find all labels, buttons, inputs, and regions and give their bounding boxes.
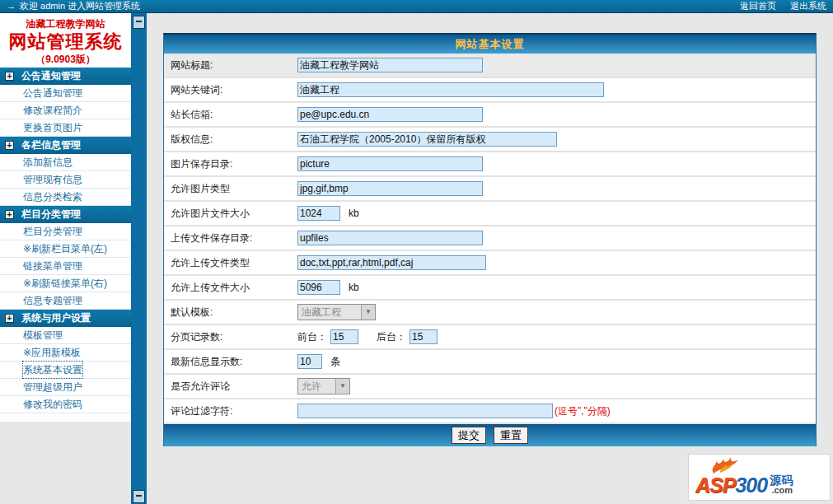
- logo-com-text: .com: [771, 486, 793, 495]
- form-row: 是否允许评论 允许 ▼: [164, 375, 816, 399]
- sidebar-item-super-user[interactable]: 管理超级用户: [0, 379, 131, 396]
- sidebar-item-link-menu-manage[interactable]: 链接菜单管理: [0, 258, 131, 275]
- section-header-category[interactable]: + 栏目分类管理: [0, 206, 131, 223]
- settings-panel: 网站基本设置 网站标题: 网站关键词: 站长信箱: 版权信息: 图片保存目录: …: [163, 33, 817, 446]
- collapse-sidebar-button[interactable]: [133, 16, 145, 29]
- allow-comments-select[interactable]: 允许 ▼: [297, 378, 350, 394]
- sidebar-item-refresh-right-menu[interactable]: ※刷新链接菜单(右): [0, 275, 131, 292]
- collapse-icon: [136, 21, 142, 22]
- field-label: 最新信息显示数:: [164, 355, 297, 369]
- field-label: 图片保存目录:: [164, 157, 297, 171]
- field-label: 是否允许评论: [164, 380, 297, 394]
- frame-splitter[interactable]: [131, 13, 147, 504]
- sidebar-item-template-manage[interactable]: 模板管理: [0, 327, 131, 344]
- field-label: 允许上传文件类型: [164, 256, 297, 270]
- welcome-text: 欢迎 admin 进入网站管理系统: [20, 0, 140, 12]
- front-page-size-input[interactable]: [330, 329, 358, 344]
- form-row: 版权信息:: [164, 128, 816, 152]
- logo-300-text: 300: [735, 475, 767, 495]
- site-title-input[interactable]: [297, 58, 483, 72]
- plus-icon[interactable]: +: [5, 141, 14, 150]
- latest-count-input[interactable]: [297, 354, 322, 369]
- field-label: 允许图片文件大小: [164, 207, 297, 221]
- field-label: 允许上传文件大小: [164, 281, 297, 295]
- sidebar-logo: 油藏工程教学网站 网站管理系统 （9.0903版）: [0, 13, 131, 68]
- site-name: 油藏工程教学网站: [0, 17, 131, 31]
- field-label: 上传文件保存目录:: [164, 231, 297, 245]
- form-row: 分页记录数: 前台： 后台：: [164, 325, 816, 350]
- section-header-notice[interactable]: + 公告通知管理: [0, 68, 131, 85]
- form-row: 图片保存目录:: [164, 152, 816, 177]
- sidebar-item-basic-settings[interactable]: 系统基本设置: [0, 362, 131, 379]
- flame-icon: [709, 456, 746, 474]
- sidebar-item-topic-manage[interactable]: 信息专题管理: [0, 292, 131, 310]
- form-row: 站长信箱:: [164, 103, 816, 128]
- form-row: 最新信息显示数: 条: [164, 350, 816, 375]
- reset-button[interactable]: 重置: [494, 427, 528, 444]
- sidebar-item-change-home-image[interactable]: 更换首页图片: [0, 119, 131, 137]
- form-row: 允许上传文件类型: [164, 251, 816, 276]
- form-row: 评论过滤字符: (逗号","分隔): [164, 399, 816, 424]
- asp300-logo[interactable]: ASP300 源码 .com: [688, 454, 831, 501]
- section-header-system[interactable]: + 系统与用户设置: [0, 310, 131, 327]
- filter-hint: (逗号","分隔): [555, 404, 611, 418]
- logo-cn-text: 源码: [770, 474, 793, 486]
- unit-label: kb: [349, 282, 359, 293]
- webmaster-email-input[interactable]: [297, 107, 483, 122]
- comment-filter-input[interactable]: [297, 404, 553, 418]
- plus-icon[interactable]: +: [5, 72, 14, 81]
- plus-icon[interactable]: +: [5, 210, 14, 219]
- field-label: 站长信箱:: [164, 108, 297, 122]
- panel-title: 网站基本设置: [164, 35, 816, 54]
- upload-dir-input[interactable]: [297, 231, 483, 245]
- sidebar-item-refresh-left-menu[interactable]: ※刷新栏目菜单(左): [0, 240, 131, 258]
- field-label: 版权信息:: [164, 133, 297, 147]
- form-footer: 提交 重置: [164, 424, 816, 446]
- field-label: 默认模板:: [164, 306, 297, 320]
- sidebar-item-apply-template[interactable]: ※应用新模板: [0, 344, 131, 362]
- form-row: 允许图片文件大小 kb: [164, 202, 816, 226]
- keywords-input[interactable]: [297, 82, 604, 97]
- unit-label: kb: [349, 208, 359, 219]
- arrow-icon: →: [7, 0, 16, 12]
- sidebar-item-info-search[interactable]: 信息分类检索: [0, 189, 131, 206]
- unit-label: 条: [330, 355, 340, 369]
- field-label: 网站关键词:: [164, 83, 297, 97]
- form-row: 网站标题:: [164, 54, 816, 78]
- upload-size-input[interactable]: [297, 280, 340, 295]
- field-label: 允许图片类型: [164, 182, 297, 196]
- front-page-label: 前台：: [297, 330, 327, 344]
- image-types-input[interactable]: [297, 181, 483, 196]
- top-bar: → 欢迎 admin 进入网站管理系统 返回首页 退出系统: [0, 0, 833, 13]
- field-label: 网站标题:: [164, 58, 297, 72]
- form-row: 上传文件保存目录:: [164, 226, 816, 251]
- form-row: 网站关键词:: [164, 78, 816, 103]
- field-label: 分页记录数:: [164, 330, 297, 344]
- collapse-sidebar-button-bottom[interactable]: [133, 490, 145, 503]
- submit-button[interactable]: 提交: [452, 427, 486, 444]
- sidebar-item-change-password[interactable]: 修改我的密码: [0, 396, 131, 413]
- copyright-input[interactable]: [297, 132, 557, 147]
- back-page-label: 后台：: [377, 330, 406, 344]
- sidebar-item-edit-course-intro[interactable]: 修改课程简介: [0, 102, 131, 119]
- plus-icon[interactable]: +: [5, 314, 14, 323]
- logout-link[interactable]: 退出系统: [790, 1, 826, 11]
- image-size-input[interactable]: [297, 206, 340, 221]
- upload-types-input[interactable]: [297, 255, 486, 270]
- sidebar-item-manage-info[interactable]: 管理现有信息: [0, 171, 131, 189]
- system-name: 网站管理系统: [0, 31, 131, 53]
- chevron-down-icon: ▼: [335, 379, 349, 394]
- section-header-info[interactable]: + 各栏信息管理: [0, 137, 131, 154]
- sidebar-item-category-manage[interactable]: 栏目分类管理: [0, 223, 131, 240]
- logo-asp-text: ASP: [695, 475, 735, 495]
- version-label: （9.0903版）: [0, 53, 131, 67]
- back-page-size-input[interactable]: [409, 329, 438, 344]
- sidebar: 油藏工程教学网站 网站管理系统 （9.0903版） + 公告通知管理 公告通知管…: [0, 13, 131, 422]
- home-link[interactable]: 返回首页: [740, 1, 776, 11]
- sidebar-item-notice-manage[interactable]: 公告通知管理: [0, 85, 131, 102]
- collapse-icon: [136, 495, 142, 497]
- default-template-select[interactable]: 油藏工程 ▼: [297, 304, 376, 320]
- sidebar-item-add-info[interactable]: 添加新信息: [0, 154, 131, 171]
- chevron-down-icon: ▼: [361, 305, 375, 320]
- image-dir-input[interactable]: [297, 156, 483, 171]
